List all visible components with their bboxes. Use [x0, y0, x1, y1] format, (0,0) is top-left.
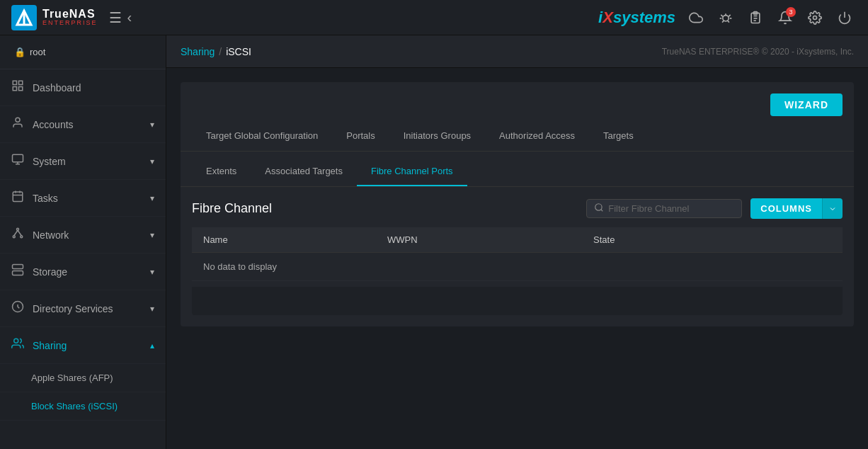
- fibre-channel-table: Name WWPN State No data to display: [192, 227, 843, 281]
- search-input[interactable]: [608, 203, 734, 214]
- sidebar-item-network[interactable]: Network ▾: [0, 217, 166, 254]
- chevron-up-icon: ▴: [150, 341, 154, 351]
- table-footer: [192, 287, 843, 315]
- svg-rect-28: [13, 265, 23, 269]
- no-data-message: No data to display: [192, 253, 843, 281]
- tab-targets[interactable]: Targets: [589, 122, 648, 151]
- breadcrumb-parent[interactable]: Sharing: [181, 46, 215, 57]
- sidebar-item-system[interactable]: System ▾: [0, 143, 166, 180]
- card-top: WIZARD: [181, 82, 854, 116]
- tab-extents[interactable]: Extents: [192, 157, 251, 186]
- wizard-button[interactable]: WIZARD: [770, 93, 843, 116]
- chevron-down-icon: ▾: [150, 267, 154, 277]
- sidebar-item-label: Dashboard: [33, 82, 154, 93]
- content-area: WIZARD Target Global Configuration Porta…: [166, 68, 868, 449]
- chevron-down-icon: ▾: [150, 120, 154, 130]
- search-box: [586, 199, 742, 218]
- svg-line-26: [14, 230, 18, 236]
- cloud-icon-button[interactable]: [684, 6, 708, 30]
- svg-point-33: [14, 339, 18, 343]
- sidebar-item-storage[interactable]: Storage ▾: [0, 254, 166, 290]
- chevron-down-icon: ▾: [150, 157, 154, 166]
- logo-enterprise-label: ENTERPRISE: [42, 20, 98, 26]
- svg-rect-12: [19, 81, 23, 84]
- clipboard-icon-button[interactable]: [743, 6, 767, 30]
- svg-rect-13: [13, 87, 16, 91]
- chevron-down-icon: ▾: [150, 304, 154, 314]
- directory-services-icon: [11, 300, 24, 317]
- power-icon-button[interactable]: [833, 6, 857, 30]
- tab-portals[interactable]: Portals: [332, 122, 389, 151]
- chevron-down-icon: ▾: [150, 193, 154, 203]
- tab-initiators-groups[interactable]: Initiators Groups: [389, 122, 485, 151]
- subitem-label: Apple Shares (AFP): [31, 373, 113, 383]
- user-lock-icon: 🔒: [14, 47, 25, 57]
- storage-icon: [11, 263, 24, 280]
- sidebar-item-label: Network: [33, 229, 142, 241]
- accounts-icon: [11, 116, 24, 132]
- table-header-row: Name WWPN State: [192, 227, 843, 253]
- column-actions: [754, 227, 843, 253]
- table-header: Fibre Channel COLUMNS: [192, 198, 843, 219]
- column-wwpn: WWPN: [376, 227, 582, 253]
- breadcrumb-separator: /: [219, 46, 222, 57]
- sidebar-item-directory-services[interactable]: Directory Services ▾: [0, 290, 166, 327]
- username-label: root: [30, 47, 45, 57]
- clipboard-icon: [748, 11, 763, 25]
- back-button[interactable]: ‹: [127, 9, 132, 25]
- bug-icon-button[interactable]: [714, 6, 738, 30]
- breadcrumb-current: iSCSI: [226, 46, 251, 57]
- network-icon: [11, 227, 24, 243]
- power-icon: [838, 11, 852, 25]
- columns-dropdown-button[interactable]: [822, 198, 843, 219]
- svg-rect-16: [13, 154, 23, 162]
- svg-rect-19: [13, 192, 23, 202]
- column-state: State: [582, 227, 754, 253]
- tab-fibre-channel-ports[interactable]: Fibre Channel Ports: [357, 157, 467, 186]
- sidebar: 🔒 root Dashboard Accounts ▾ System ▾: [0, 35, 166, 449]
- tab-authorized-access[interactable]: Authorized Access: [485, 122, 589, 151]
- svg-point-23: [17, 228, 19, 230]
- tabs-row-1: Target Global Configuration Portals Init…: [181, 122, 854, 152]
- tab-associated-targets[interactable]: Associated Targets: [251, 157, 357, 186]
- subitem-label: Block Shares (iSCSI): [31, 401, 118, 411]
- cloud-icon: [689, 11, 703, 25]
- topbar: TrueNAS ENTERPRISE ☰ ‹ iXsystems 3: [0, 0, 868, 35]
- breadcrumb: Sharing / iSCSI: [181, 46, 251, 57]
- sidebar-item-dashboard[interactable]: Dashboard: [0, 69, 166, 106]
- hamburger-button[interactable]: ☰: [109, 9, 122, 26]
- sidebar-item-label: Sharing: [33, 340, 142, 351]
- svg-rect-11: [13, 81, 16, 84]
- main-content: Sharing / iSCSI TrueNAS ENTERPRISE® © 20…: [166, 35, 868, 449]
- columns-button-group: COLUMNS: [750, 198, 843, 219]
- sidebar-item-tasks[interactable]: Tasks ▾: [0, 180, 166, 217]
- dashboard-icon: [11, 79, 24, 96]
- sidebar-item-label: Storage: [33, 266, 142, 278]
- sidebar-item-label: Accounts: [33, 119, 142, 130]
- svg-point-25: [21, 236, 23, 238]
- sidebar-item-label: Directory Services: [33, 303, 142, 314]
- tab-target-global-configuration[interactable]: Target Global Configuration: [192, 122, 332, 151]
- chevron-down-icon: [828, 205, 837, 213]
- main-layout: 🔒 root Dashboard Accounts ▾ System ▾: [0, 35, 868, 449]
- sidebar-item-sharing[interactable]: Sharing ▴: [0, 327, 166, 364]
- copyright-text: TrueNAS ENTERPRISE® © 2020 - iXsystems, …: [662, 47, 854, 57]
- iscsi-card: WIZARD Target Global Configuration Porta…: [181, 82, 854, 326]
- svg-point-9: [813, 16, 817, 19]
- sidebar-subitem-block-shares[interactable]: Block Shares (iSCSI): [0, 392, 166, 421]
- search-icon: [594, 203, 604, 215]
- sidebar-item-label: System: [33, 156, 142, 167]
- ixsystems-brand: iXsystems: [598, 8, 675, 27]
- sidebar-item-accounts[interactable]: Accounts ▾: [0, 106, 166, 143]
- gear-icon: [808, 11, 822, 25]
- table-section: Fibre Channel COLUMNS: [181, 187, 854, 326]
- svg-point-15: [16, 118, 20, 122]
- topbar-right: iXsystems 3: [598, 6, 857, 30]
- sidebar-subitem-apple-shares[interactable]: Apple Shares (AFP): [0, 364, 166, 392]
- logo-text: TrueNAS ENTERPRISE: [42, 8, 98, 26]
- columns-button[interactable]: COLUMNS: [750, 198, 822, 219]
- gear-icon-button[interactable]: [803, 6, 827, 30]
- bug-icon: [719, 11, 733, 25]
- table-title: Fibre Channel: [192, 201, 578, 216]
- bell-icon-button[interactable]: 3: [773, 6, 797, 30]
